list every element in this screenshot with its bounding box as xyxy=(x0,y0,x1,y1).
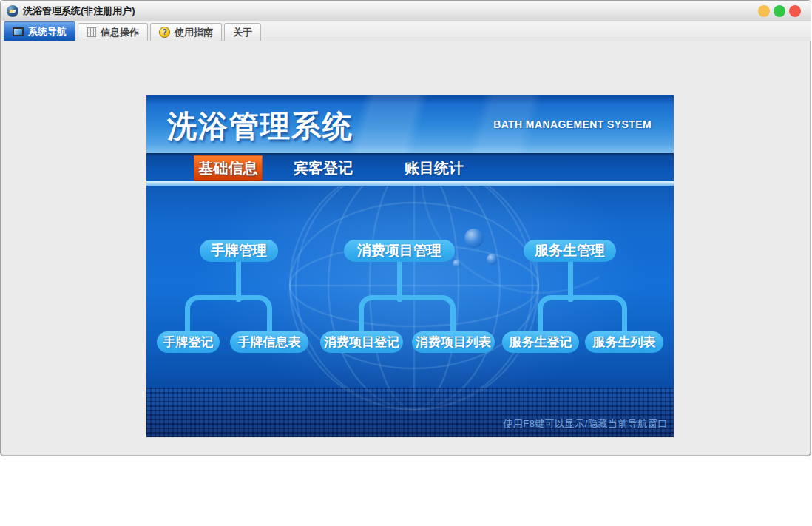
node-waiter-management[interactable]: 服务生管理 xyxy=(524,240,616,262)
tab-user-guide[interactable]: 使用指南 xyxy=(150,23,222,41)
panel-menu-bar: 基础信息 宾客登记 账目统计 xyxy=(146,153,674,186)
connector-bracket xyxy=(185,295,272,332)
water-drop-decoration xyxy=(464,229,484,248)
tab-label: 信息操作 xyxy=(101,26,139,39)
tab-label: 系统导航 xyxy=(28,25,67,38)
screenshot-root: 洗浴管理系统(非注册用户) 系统导航 信息操作 使用指南 关于 xyxy=(0,0,812,526)
tab-page-system-navigation: 洗浴管理系统 BATH MANAGEMENT SYSTEM 基础信息 宾客登记 … xyxy=(1,41,811,456)
panel-title: 洗浴管理系统 xyxy=(167,106,353,146)
water-drop-decoration xyxy=(453,260,461,268)
help-coin-icon xyxy=(159,27,170,38)
title-bar: 洗浴管理系统(非注册用户) xyxy=(1,1,811,21)
window-title: 洗浴管理系统(非注册用户) xyxy=(23,4,135,18)
menu-basic-info[interactable]: 基础信息 xyxy=(194,155,263,181)
node-waiter-list[interactable]: 服务生列表 xyxy=(585,331,663,353)
node-hand-tag-registration[interactable]: 手牌登记 xyxy=(157,331,220,353)
form-icon xyxy=(13,27,24,36)
connector-bracket xyxy=(359,295,456,332)
tab-about[interactable]: 关于 xyxy=(224,23,261,41)
app-window: 洗浴管理系统(非注册用户) 系统导航 信息操作 使用指南 关于 xyxy=(0,0,811,456)
panel-body: 手牌管理 消费项目管理 服务生管理 手牌登记 手牌信息表 消费项目登记 消费项目… xyxy=(146,186,674,437)
close-button[interactable] xyxy=(789,5,801,17)
grid-icon xyxy=(87,27,96,37)
tab-info-operations[interactable]: 信息操作 xyxy=(78,23,148,41)
water-drop-decoration xyxy=(487,254,498,265)
menu-account-statistics[interactable]: 账目统计 xyxy=(405,155,464,181)
node-consumption-item-registration[interactable]: 消费项目登记 xyxy=(320,331,403,353)
f8-hint-text: 使用F8键可以显示/隐藏当前导航窗口 xyxy=(503,417,668,431)
menu-guest-registration[interactable]: 宾客登记 xyxy=(294,155,353,181)
tab-bar: 系统导航 信息操作 使用指南 关于 xyxy=(1,21,811,41)
tab-system-navigation[interactable]: 系统导航 xyxy=(4,21,75,41)
app-icon xyxy=(7,5,18,17)
node-waiter-registration[interactable]: 服务生登记 xyxy=(502,331,579,353)
node-consumption-item-management[interactable]: 消费项目管理 xyxy=(344,240,455,262)
window-controls xyxy=(758,5,801,17)
connector-bracket xyxy=(538,295,627,332)
tab-label: 关于 xyxy=(233,26,252,39)
zoom-button[interactable] xyxy=(774,5,785,17)
node-consumption-item-list[interactable]: 消费项目列表 xyxy=(412,331,495,353)
node-hand-tag-info-table[interactable]: 手牌信息表 xyxy=(230,331,308,353)
tab-label: 使用指南 xyxy=(175,26,213,39)
panel-subtitle: BATH MANAGEMENT SYSTEM xyxy=(493,118,652,130)
panel-header: 洗浴管理系统 BATH MANAGEMENT SYSTEM xyxy=(146,95,674,153)
node-hand-tag-management[interactable]: 手牌管理 xyxy=(200,240,278,262)
minimize-button[interactable] xyxy=(758,5,770,17)
nav-panel: 洗浴管理系统 BATH MANAGEMENT SYSTEM 基础信息 宾客登记 … xyxy=(146,95,674,437)
